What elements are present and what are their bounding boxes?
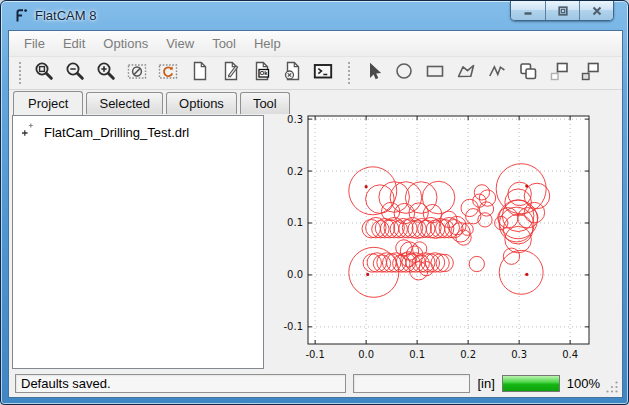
tree-item-label: FlatCam_Drilling_Test.drl <box>44 125 189 140</box>
plot-figure[interactable]: -0.10.00.10.20.30.4-0.10.00.10.20.3 <box>267 114 621 371</box>
progress-percent-label: 100% <box>567 376 600 391</box>
maximize-button[interactable] <box>545 1 579 20</box>
clear-plot-icon <box>126 60 148 86</box>
menu-item-view[interactable]: View <box>157 32 203 55</box>
titlebar[interactable]: FlatCAM 8 <box>1 1 628 30</box>
close-icon <box>591 5 603 17</box>
menu-item-tool[interactable]: Tool <box>203 32 245 55</box>
status-message-field: Defaults saved. <box>15 374 346 393</box>
new-project-button[interactable] <box>183 59 214 87</box>
menu-item-edit[interactable]: Edit <box>54 32 94 55</box>
progress-bar <box>502 375 560 392</box>
svg-text:0.1: 0.1 <box>409 349 425 360</box>
client-area: FileEditOptionsViewToolHelp Ok ProjectSe… <box>8 30 623 398</box>
flatcam-window: FlatCAM 8 FileEditOptionsViewToolHelp Ok… <box>0 0 629 405</box>
draw-polygon-icon <box>455 60 477 86</box>
project-tree[interactable]: FlatCam_Drilling_Test.drl <box>12 115 264 369</box>
draw-circle-button[interactable] <box>388 59 419 87</box>
draw-path-icon <box>486 60 508 86</box>
replot-button[interactable] <box>152 59 183 87</box>
zoom-out-button[interactable] <box>59 59 90 87</box>
toolbar-handle[interactable] <box>347 61 352 85</box>
copy-objects-button[interactable] <box>512 59 543 87</box>
svg-text:0.3: 0.3 <box>511 349 527 360</box>
svg-text:0.2: 0.2 <box>460 349 476 360</box>
svg-text:0.0: 0.0 <box>358 349 374 360</box>
svg-text:0.1: 0.1 <box>287 217 303 228</box>
plot-canvas[interactable]: -0.10.00.10.20.30.4-0.10.00.10.20.3 <box>267 114 623 370</box>
toolbar: Ok <box>9 57 622 90</box>
delete-object-icon <box>281 60 303 86</box>
drill-file-icon <box>20 122 37 142</box>
close-button[interactable] <box>579 1 613 20</box>
status-message: Defaults saved. <box>21 376 111 391</box>
shell-button[interactable] <box>307 59 338 87</box>
tab-selected[interactable]: Selected <box>86 92 163 114</box>
draw-rectangle-icon <box>424 60 446 86</box>
menu-item-options[interactable]: Options <box>94 32 157 55</box>
zoom-fit-button[interactable] <box>28 59 59 87</box>
svg-text:0.3: 0.3 <box>287 114 303 125</box>
window-title: FlatCAM 8 <box>35 8 96 23</box>
window-controls <box>510 1 614 21</box>
svg-text:-0.1: -0.1 <box>305 349 325 360</box>
main-area: FlatCam_Drilling_Test.drl -0.10.00.10.20… <box>9 114 622 371</box>
move-objects-icon <box>579 60 601 86</box>
zoom-fit-icon <box>33 60 55 86</box>
toolbar-handle[interactable] <box>18 61 23 85</box>
status-activity-field <box>353 374 470 393</box>
tab-project[interactable]: Project <box>13 91 83 115</box>
run-script-icon: Ok <box>250 60 272 86</box>
tab-bar: ProjectSelectedOptionsTool <box>13 90 293 114</box>
progress-fill <box>503 376 559 391</box>
run-script-button[interactable]: Ok <box>245 59 276 87</box>
menubar: FileEditOptionsViewToolHelp <box>9 31 622 57</box>
svg-text:-0.1: -0.1 <box>283 321 303 332</box>
tree-item[interactable]: FlatCam_Drilling_Test.drl <box>13 116 263 142</box>
replot-icon <box>157 60 179 86</box>
clear-plot-button[interactable] <box>121 59 152 87</box>
svg-text:0.0: 0.0 <box>287 269 303 280</box>
draw-circle-icon <box>393 60 415 86</box>
tab-options[interactable]: Options <box>166 92 237 114</box>
select-tool-icon <box>362 60 384 86</box>
shell-icon <box>312 60 334 86</box>
minimize-button[interactable] <box>511 1 545 20</box>
new-project-icon <box>188 60 210 86</box>
svg-text:0.4: 0.4 <box>562 349 578 360</box>
copy-geometry-button[interactable] <box>543 59 574 87</box>
delete-object-button[interactable] <box>276 59 307 87</box>
status-bar: Defaults saved. [in] 100% <box>9 370 622 397</box>
copy-geometry-icon <box>548 60 570 86</box>
flatcam-logo-icon <box>13 7 30 24</box>
copy-objects-icon <box>517 60 539 86</box>
menu-item-file[interactable]: File <box>15 32 54 55</box>
zoom-in-icon <box>95 60 117 86</box>
resize-grip[interactable] <box>606 381 619 394</box>
draw-path-button[interactable] <box>481 59 512 87</box>
select-tool-button[interactable] <box>357 59 388 87</box>
zoom-out-icon <box>64 60 86 86</box>
move-objects-button[interactable] <box>574 59 605 87</box>
minimize-icon <box>522 5 534 17</box>
draw-polygon-button[interactable] <box>450 59 481 87</box>
open-project-button[interactable] <box>214 59 245 87</box>
tab-tool[interactable]: Tool <box>240 92 290 114</box>
menu-item-help[interactable]: Help <box>245 32 290 55</box>
units-label: [in] <box>477 376 494 391</box>
draw-rectangle-button[interactable] <box>419 59 450 87</box>
open-project-icon <box>219 60 241 86</box>
zoom-in-button[interactable] <box>90 59 121 87</box>
maximize-icon <box>557 5 569 17</box>
svg-text:0.2: 0.2 <box>287 166 303 177</box>
svg-text:Ok: Ok <box>259 70 268 76</box>
